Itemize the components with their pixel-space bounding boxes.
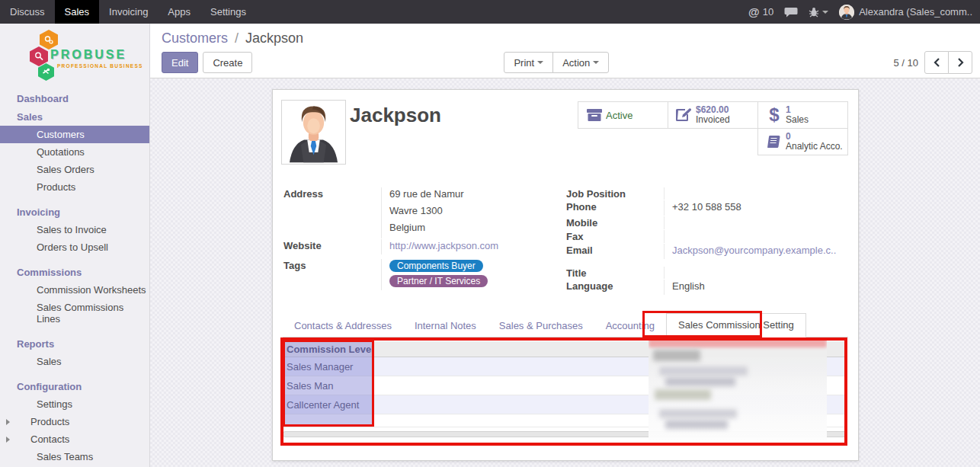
user-name: Alexandra (Sales_comm..	[859, 6, 972, 18]
analytic-accounts-stat-button[interactable]: 0 Analytic Acco...	[757, 128, 848, 155]
chat-bubble-icon[interactable]	[784, 7, 798, 18]
address-value: 69 rue de Namur Wavre 1300 Belgium	[381, 187, 566, 238]
sidebar-item-sales-orders[interactable]: Sales Orders	[0, 161, 149, 178]
sidebar-item-label: Contacts	[30, 433, 69, 445]
sales-stat-button[interactable]: $ 1 Sales	[757, 101, 848, 129]
sidebar-item-settings[interactable]: Settings	[0, 395, 149, 413]
sidebar: PROBUSE PROFESSIONAL BUSINESS Dashboard …	[0, 24, 150, 467]
pager-counter: 5 / 10	[893, 57, 918, 69]
customer-photo[interactable]	[281, 100, 346, 165]
top-navbar: Discuss Sales Invoicing Apps Settings @ …	[0, 0, 980, 24]
form-view-area: Jackpson Active $620.00	[150, 78, 980, 467]
logo-title: PROBUSE	[50, 48, 127, 62]
sidebar-header-commissions[interactable]: Commissions	[0, 263, 149, 281]
tab-sales-commission-setting[interactable]: Sales Commission Setting	[666, 313, 806, 337]
website-link[interactable]: http://www.jackpson.com	[389, 240, 498, 251]
control-buttons-row: Edit Create Print Action 5 / 10	[162, 52, 972, 73]
sidebar-item-sales-commissions-lines[interactable]: Sales Commissions Lines	[0, 299, 149, 328]
at-icon: @	[748, 5, 760, 18]
page-title: Jackpson	[350, 104, 441, 127]
language-value: English	[664, 280, 849, 295]
sidebar-item-commission-worksheets[interactable]: Commission Worksheets	[0, 281, 149, 299]
sidebar-header-sales[interactable]: Sales	[0, 107, 149, 126]
previous-record-button[interactable]	[924, 51, 949, 74]
record-sheet: Jackpson Active $620.00	[272, 89, 859, 461]
print-dropdown-button[interactable]: Print	[504, 52, 553, 73]
sidebar-item-quotations[interactable]: Quotations	[0, 143, 149, 161]
archive-box-icon	[583, 108, 606, 122]
sidebar-item-config-contacts[interactable]: Contacts	[0, 430, 149, 448]
table-row[interactable]: Sales Manager	[283, 357, 847, 376]
breadcrumb: Customers / Jackpson	[162, 30, 303, 46]
sidebar-item-dashboard[interactable]: Dashboard	[0, 89, 149, 107]
sidebar-header-invoicing[interactable]: Invoicing	[0, 203, 149, 221]
active-stat-button[interactable]: Active	[578, 101, 668, 129]
tab-sales-purchases[interactable]: Sales & Purchases	[488, 315, 594, 337]
analytic-label: Analytic Acco...	[786, 142, 843, 152]
create-button[interactable]: Create	[203, 52, 252, 73]
address-label: Address	[283, 187, 381, 238]
logo-subtitle: PROFESSIONAL BUSINESS	[57, 63, 143, 69]
breadcrumb-customers-link[interactable]: Customers	[162, 30, 228, 46]
email-link[interactable]: Jackpson@yourcompany.example.c..	[672, 245, 836, 256]
user-menu[interactable]: Alexandra (Sales_comm..	[839, 5, 972, 20]
tab-accounting[interactable]: Accounting	[594, 315, 666, 337]
mentions-button[interactable]: @ 10	[748, 5, 773, 18]
record-pager: 5 / 10	[893, 51, 972, 74]
table-row[interactable]: Sales Man	[283, 376, 847, 395]
app-menu: Discuss Sales Invoicing Apps Settings	[0, 0, 256, 24]
sidebar-item-config-products[interactable]: Products	[0, 413, 149, 430]
menu-invoicing[interactable]: Invoicing	[99, 0, 158, 24]
stat-buttons: Active $620.00 Invoiced $	[578, 101, 848, 156]
caret-down-icon	[593, 61, 599, 64]
sidebar-header-reports[interactable]: Reports	[0, 334, 149, 353]
sidebar-item-customers[interactable]: Customers	[0, 126, 149, 143]
address-city: Wavre 1300	[389, 205, 566, 216]
phone-value: +32 10 588 558	[664, 200, 849, 216]
action-dropdown-button[interactable]: Action	[552, 52, 609, 73]
table-row[interactable]: Callcenter Agent	[283, 395, 847, 414]
menu-apps[interactable]: Apps	[158, 0, 200, 24]
table-row-empty[interactable]	[283, 414, 847, 427]
horizontal-scrollbar[interactable]	[283, 431, 847, 437]
sidebar-item-sales-teams[interactable]: Sales Teams	[0, 448, 149, 465]
user-avatar	[839, 5, 854, 20]
breadcrumb-separator: /	[232, 30, 242, 46]
menu-discuss[interactable]: Discuss	[0, 0, 55, 24]
edit-button[interactable]: Edit	[162, 52, 198, 73]
job-position-value	[664, 187, 849, 200]
tab-internal-notes[interactable]: Internal Notes	[403, 315, 488, 337]
sidebar-item-orders-to-upsell[interactable]: Orders to Upsell	[0, 238, 149, 256]
sidebar-item-reports-sales[interactable]: Sales	[0, 353, 149, 370]
menu-sales[interactable]: Sales	[55, 0, 100, 24]
tab-contacts-addresses[interactable]: Contacts & Addresses	[283, 315, 403, 337]
tag-components-buyer: Components Buyer	[389, 260, 483, 272]
menu-settings[interactable]: Settings	[200, 0, 256, 24]
title-value	[664, 267, 849, 279]
sidebar-nav: Dashboard Sales Customers Quotations Sal…	[0, 89, 149, 467]
expand-arrow-icon[interactable]	[6, 437, 10, 443]
sidebar-header-configuration[interactable]: Configuration	[0, 377, 149, 395]
commission-level-table: Commission Level Sales Manager Sales Man…	[283, 341, 847, 427]
invoiced-label: Invoiced	[696, 115, 730, 125]
language-label: Language	[566, 280, 664, 295]
pager-buttons	[924, 51, 972, 74]
breadcrumb-current: Jackpson	[245, 30, 303, 46]
tags-value: Components Buyer Partner / IT Services	[381, 259, 566, 290]
sales-label: Sales	[786, 115, 809, 125]
debug-bug-icon[interactable]	[809, 7, 828, 18]
dollar-icon: $	[763, 104, 786, 126]
probuse-logo: PROBUSE PROFESSIONAL BUSINESS	[29, 30, 143, 80]
expand-arrow-icon[interactable]	[6, 419, 10, 425]
app-window: Discuss Sales Invoicing Apps Settings @ …	[0, 0, 980, 467]
tag-partner-it-services: Partner / IT Services	[389, 275, 488, 287]
next-record-button[interactable]	[948, 51, 972, 74]
sidebar-item-products[interactable]: Products	[0, 178, 149, 196]
invoiced-stat-button[interactable]: $620.00 Invoiced	[668, 101, 758, 129]
mobile-label: Mobile	[566, 216, 664, 229]
website-label: Website	[283, 239, 381, 254]
caret-down-icon	[822, 11, 828, 14]
email-label: Email	[566, 244, 664, 259]
sidebar-item-sales-to-invoice[interactable]: Sales to Invoice	[0, 221, 149, 238]
active-status-label: Active	[606, 110, 633, 120]
